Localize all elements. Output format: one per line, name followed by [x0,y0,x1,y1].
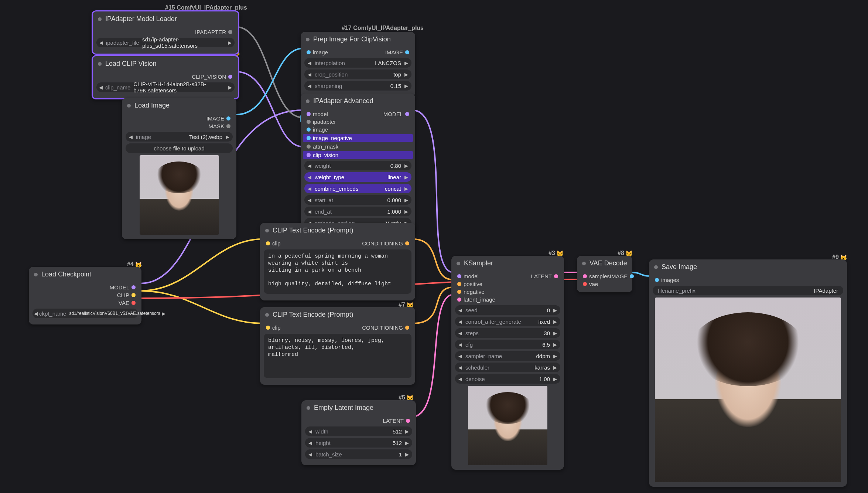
chevron-right-icon[interactable]: ▶ [403,174,410,180]
chevron-right-icon[interactable]: ▶ [403,440,411,446]
chevron-right-icon[interactable]: ▶ [403,163,410,169]
widget-batch-size[interactable]: ◀batch_size1▶ [305,449,412,459]
output-port-image[interactable]: IMAGE [610,272,636,280]
node-header[interactable]: Prep Image For ClipVision [301,32,415,47]
node-header[interactable]: Load Image [122,98,236,113]
chevron-right-icon[interactable]: ▶ [551,319,559,324]
node-header[interactable]: CLIP Text Encode (Prompt) [260,307,415,322]
widget-width[interactable]: ◀width512▶ [305,426,412,436]
chevron-left-icon[interactable]: ◀ [457,330,464,336]
collapse-dot-icon[interactable] [306,99,310,103]
chevron-left-icon[interactable]: ◀ [127,134,134,140]
chevron-right-icon[interactable]: ▶ [403,186,410,191]
node-vae-decode[interactable]: VAE Decode samples IMAGE vae [577,256,632,292]
collapse-dot-icon[interactable] [654,265,658,269]
widget-combine-embeds[interactable]: ◀combine_embedsconcat▶ [304,184,411,193]
node-header[interactable]: Save Image [649,259,847,275]
widget-steps[interactable]: ◀steps30▶ [455,328,560,338]
widget-crop-position[interactable]: ◀crop_positiontop▶ [304,69,411,79]
input-port-samples[interactable]: samples [581,272,610,280]
input-port-vae[interactable]: vae [581,280,629,288]
node-prep-image-clipvision[interactable]: Prep Image For ClipVision image IMAGE ◀i… [301,32,415,97]
chevron-right-icon[interactable]: ▶ [403,83,410,89]
output-port-vae[interactable]: VAE [33,299,138,307]
widget-filename-prefix[interactable]: filename_prefixIPAdapter [653,286,843,295]
widget-start-at[interactable]: ◀start_at0.000▶ [304,195,411,205]
input-port-negative[interactable]: negative [455,288,560,296]
chevron-right-icon[interactable]: ▶ [403,60,410,66]
chevron-left-icon[interactable]: ◀ [306,197,313,203]
chevron-left-icon[interactable]: ◀ [34,311,38,316]
collapse-dot-icon[interactable] [306,38,310,41]
input-port-image-negative[interactable]: image_negative [303,134,413,142]
input-port-image[interactable]: image [304,48,328,56]
widget-image[interactable]: ◀ image Test (2).webp ▶ [126,132,233,142]
node-ksampler[interactable]: KSampler model LATENT positive negative … [451,256,564,470]
chevron-right-icon[interactable]: ▶ [403,452,411,457]
input-port-attn-mask[interactable]: attn_mask [304,143,411,150]
collapse-dot-icon[interactable] [34,273,38,276]
chevron-right-icon[interactable]: ▶ [551,307,559,313]
chevron-right-icon[interactable]: ▶ [403,209,410,214]
widget-interpolation[interactable]: ◀interpolationLANCZOS▶ [304,58,411,68]
node-header[interactable]: VAE Decode [577,256,632,271]
node-ipadapter-model-loader[interactable]: IPAdapter Model Loader IPADAPTER ◀ ipada… [92,10,239,55]
chevron-left-icon[interactable]: ◀ [306,60,313,66]
chevron-right-icon[interactable]: ▶ [403,429,411,434]
chevron-left-icon[interactable]: ◀ [306,83,313,89]
node-load-image[interactable]: Load Image IMAGE MASK ◀ image Test (2).w… [122,98,236,239]
node-header[interactable]: IPAdapter Advanced [301,94,415,109]
node-header[interactable]: Empty Latent Image [301,400,416,415]
output-port-conditioning[interactable]: CONDITIONING [362,324,411,332]
widget-ipadapter-file[interactable]: ◀ ipadapter_file sd1/ip-adapter-plus_sd1… [96,38,235,47]
chevron-left-icon[interactable]: ◀ [306,174,313,180]
chevron-left-icon[interactable]: ◀ [457,365,464,370]
output-port-conditioning[interactable]: CONDITIONING [362,239,411,247]
output-port-mask[interactable]: MASK [126,122,233,130]
node-load-clip-vision[interactable]: Load CLIP Vision CLIP_VISION ◀ clip_name… [92,55,239,99]
widget-cfg[interactable]: ◀cfg6.5▶ [455,340,560,349]
input-port-latent-image[interactable]: latent_image [455,296,560,303]
output-port-ipadapter[interactable]: IPADAPTER [96,28,235,36]
input-port-positive[interactable]: positive [455,280,560,288]
node-header[interactable]: Load Checkpoint [29,267,141,282]
chevron-left-icon[interactable]: ◀ [306,186,313,191]
chevron-right-icon[interactable]: ▶ [551,353,559,359]
chevron-left-icon[interactable]: ◀ [98,85,104,90]
chevron-left-icon[interactable]: ◀ [307,429,314,434]
chevron-left-icon[interactable]: ◀ [457,307,464,313]
collapse-dot-icon[interactable] [98,62,102,66]
chevron-left-icon[interactable]: ◀ [457,353,464,359]
prompt-textarea[interactable]: blurry, noisy, messy, lowres, jpeg, arti… [264,334,411,378]
chevron-right-icon[interactable]: ▶ [551,330,559,336]
chevron-right-icon[interactable]: ▶ [224,134,231,140]
widget-sampler-name[interactable]: ◀sampler_nameddpm▶ [455,351,560,361]
collapse-dot-icon[interactable] [265,313,269,317]
output-port-clip[interactable]: CLIP [33,291,138,299]
chevron-left-icon[interactable]: ◀ [457,319,464,324]
choose-file-button[interactable]: choose file to upload [126,143,233,153]
widget-height[interactable]: ◀height512▶ [305,438,412,448]
input-port-clip[interactable]: clip [264,239,281,247]
input-port-clip-vision[interactable]: clip_vision [303,151,413,159]
node-load-checkpoint[interactable]: Load Checkpoint MODEL CLIP VAE ◀ ckpt_na… [29,267,141,324]
chevron-left-icon[interactable]: ◀ [98,40,105,45]
widget-weight-type[interactable]: ◀weight_typelinear▶ [304,172,411,182]
chevron-right-icon[interactable]: ▶ [162,311,165,316]
output-port-clip-vision[interactable]: CLIP_VISION [96,73,235,81]
collapse-dot-icon[interactable] [127,104,131,108]
output-port-latent[interactable]: LATENT [531,272,560,280]
input-port-images[interactable]: images [653,276,843,284]
widget-control-after-generate[interactable]: ◀control_after_generatefixed▶ [455,317,560,326]
collapse-dot-icon[interactable] [265,229,269,232]
output-port-image[interactable]: IMAGE [385,48,411,56]
chevron-right-icon[interactable]: ▶ [227,85,233,90]
chevron-left-icon[interactable]: ◀ [306,72,313,77]
widget-ckpt-name[interactable]: ◀ ckpt_name sd1/realisticVisionV60B1_v51… [33,309,138,318]
widget-clip-name[interactable]: ◀ clip_name CLIP-ViT-H-14-laion2B-s32B-b… [96,82,235,92]
node-save-image[interactable]: Save Image images filename_prefixIPAdapt… [649,259,847,487]
chevron-right-icon[interactable]: ▶ [226,40,233,45]
node-clip-text-encode-negative[interactable]: CLIP Text Encode (Prompt) clip CONDITION… [260,307,415,385]
input-port-clip[interactable]: clip [264,324,281,332]
prompt-textarea[interactable]: in a peaceful spring morning a woman wea… [264,249,411,294]
